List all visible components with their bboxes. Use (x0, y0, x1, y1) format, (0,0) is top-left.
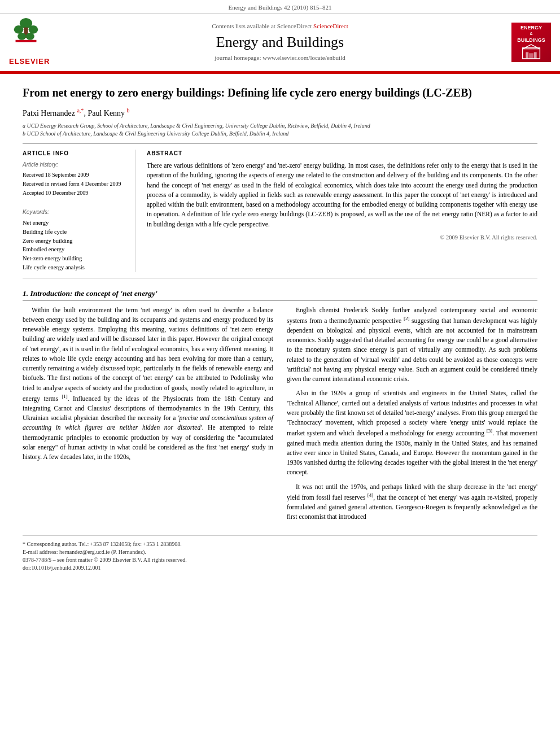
abstract-col: ABSTRACT There are various definitions o… (147, 150, 537, 272)
journal-logo-box: ENERGY & BUILDINGS (511, 23, 551, 62)
body-col-right: English chemist Frederick Soddy further … (287, 305, 537, 527)
article-title: From net energy to zero energy buildings… (23, 85, 537, 100)
svg-rect-10 (534, 53, 537, 59)
copyright-line: © 2009 Elsevier B.V. All rights reserved… (147, 234, 537, 242)
journal-citation: Energy and Buildings 42 (2010) 815–821 (229, 4, 332, 11)
logo-and-text: & (530, 31, 532, 37)
author-comma: , Paul Kenny (84, 108, 126, 117)
sciencedirect-link: Contents lists available at ScienceDirec… (60, 22, 500, 30)
elsevier-logo: ELSEVIER (9, 18, 60, 66)
keyword-item: Life cycle energy analysis (23, 263, 128, 272)
journal-center: Contents lists available at ScienceDirec… (60, 22, 500, 62)
body-paragraph: It was not until the 1970s, and perhaps … (287, 482, 537, 522)
corresponding-footnote: * Corresponding author. Tel.: +353 87 13… (23, 540, 537, 548)
page-wrapper: Energy and Buildings 42 (2010) 815–821 E… (0, 0, 560, 583)
main-content: From net energy to zero energy buildings… (0, 74, 560, 584)
issn-line: 0378-7788/$ – see front matter © 2009 El… (23, 556, 537, 564)
keyword-item: Embodied energy (23, 245, 128, 254)
section-divider-1 (23, 143, 537, 144)
affiliation-a: a UCD Energy Research Group, School of A… (23, 122, 537, 130)
body-paragraph: English chemist Frederick Soddy further … (287, 305, 537, 385)
logo-buildings-text: BUILDINGS (517, 37, 545, 44)
authors-line: Patxi Hernandez a,*, Paul Kenny b (23, 107, 537, 119)
logo-energy-text: ENERGY (520, 25, 542, 31)
building-icon (520, 43, 542, 60)
elsevier-tree-icon (9, 18, 43, 52)
sciencedirect-anchor[interactable]: ScienceDirect (313, 23, 348, 29)
footnote-section: * Corresponding author. Tel.: +353 87 13… (23, 535, 537, 572)
journal-citation-bar: Energy and Buildings 42 (2010) 815–821 (0, 0, 560, 14)
affiliations: a UCD Energy Research Group, School of A… (23, 122, 537, 138)
svg-point-5 (18, 33, 26, 40)
svg-rect-9 (526, 53, 528, 59)
section-divider-2 (23, 278, 537, 278)
svg-rect-7 (16, 40, 37, 42)
body-paragraph: Within the built environment the term 'n… (23, 305, 273, 462)
keyword-item: Building life cycle (23, 228, 128, 237)
journal-logo-right: ENERGY & BUILDINGS (500, 23, 551, 62)
journal-homepage: journal homepage: www.elsevier.com/locat… (60, 54, 500, 62)
elsevier-brand-text: ELSEVIER (9, 56, 60, 67)
abstract-text: There are various definitions of 'zero e… (147, 161, 537, 229)
author-patxi: Patxi Hernandez (23, 108, 77, 117)
svg-marker-11 (523, 45, 540, 49)
svg-point-4 (29, 25, 38, 34)
info-abstract-row: ARTICLE INFO Article history: Received 1… (23, 150, 537, 272)
keyword-item: Zero energy building (23, 237, 128, 246)
history-label: Article history: (23, 161, 128, 169)
keyword-item: Net energy (23, 219, 128, 228)
keywords-label: Keywords: (23, 208, 128, 216)
accepted-date: Accepted 10 December 2009 (23, 189, 128, 197)
author-a-sup: a,* (77, 107, 84, 113)
affiliation-b: b UCD School of Architecture, Landscape … (23, 130, 537, 138)
svg-point-6 (26, 33, 34, 40)
body-paragraph: Also in the 1920s a group of scientists … (287, 388, 537, 477)
section-1-title: 1. Introduction: the concept of 'net ene… (23, 289, 537, 301)
svg-rect-12 (529, 54, 533, 59)
abstract-header: ABSTRACT (147, 150, 537, 158)
article-info-col: ARTICLE INFO Article history: Received 1… (23, 150, 135, 272)
two-col-body: Within the built environment the term 'n… (23, 305, 537, 527)
revised-date: Received in revised form 4 December 2009 (23, 180, 128, 188)
email-footnote: E-mail address: hernandez@erg.ucd.ie (P.… (23, 548, 537, 556)
author-b-sup: b (127, 107, 130, 113)
doi-line: doi:10.1016/j.enbuild.2009.12.001 (23, 564, 537, 572)
svg-point-3 (14, 25, 24, 34)
keyword-item: Net-zero energy building (23, 254, 128, 263)
article-info-header: ARTICLE INFO (23, 150, 128, 158)
body-col-left: Within the built environment the term 'n… (23, 305, 273, 527)
keywords-list: Net energyBuilding life cycleZero energy… (23, 219, 128, 272)
journal-title: Energy and Buildings (60, 32, 500, 53)
section-1: 1. Introduction: the concept of 'net ene… (23, 289, 537, 527)
received-date: Received 18 September 2009 (23, 171, 128, 179)
journal-header: ELSEVIER Contents lists available at Sci… (0, 14, 560, 72)
